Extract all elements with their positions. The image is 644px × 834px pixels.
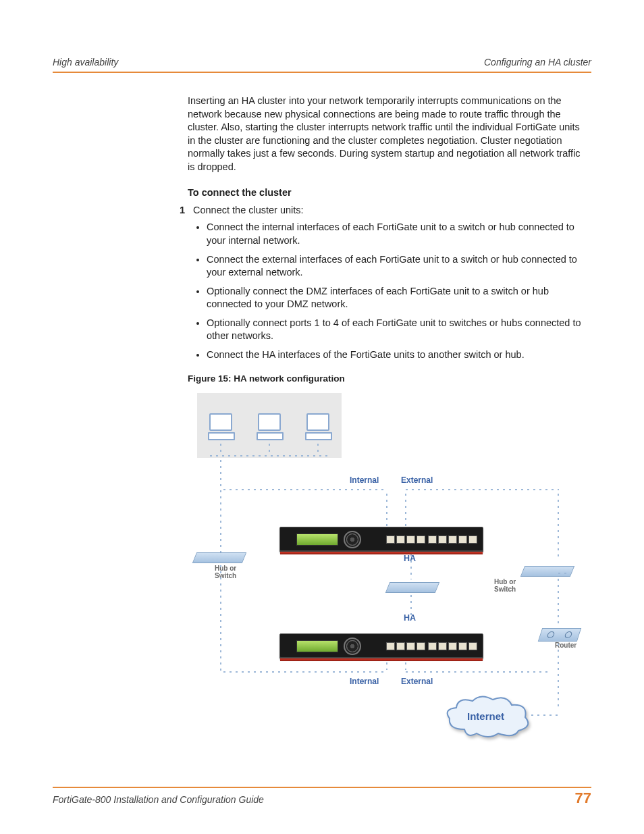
bullet-list: Connect the internal interfaces of each … xyxy=(188,221,590,361)
label-internal-upper: Internal xyxy=(350,475,379,485)
list-item: Connect the external interfaces of each … xyxy=(207,253,590,280)
fortigate-unit-bottom-icon xyxy=(279,633,483,659)
label-external-upper: External xyxy=(401,475,433,485)
pc-icon xyxy=(257,413,282,440)
footer-rule xyxy=(53,787,591,788)
hub-switch-center-icon xyxy=(385,582,439,593)
label-hub-switch-right: Hub orSwitch xyxy=(494,578,516,593)
hub-switch-left-icon xyxy=(192,552,246,563)
header-right: Configuring an HA cluster xyxy=(484,57,591,68)
header-left: High availability xyxy=(53,57,118,68)
router-icon xyxy=(538,628,581,642)
figure-15-diagram: Internal Network Internal External xyxy=(188,390,579,755)
running-header: High availability Configuring an HA clus… xyxy=(53,57,591,73)
page-number: 77 xyxy=(575,789,591,807)
pc-icon xyxy=(208,413,234,440)
label-internet: Internet xyxy=(467,710,504,722)
figure-caption: Figure 15: HA network configuration xyxy=(188,373,590,384)
label-internal-lower: Internal xyxy=(350,677,379,686)
fortigate-unit-top-icon xyxy=(279,527,483,552)
procedure-heading: To connect the cluster xyxy=(188,187,590,198)
label-hub-switch-left: Hub orSwitch xyxy=(215,565,236,579)
list-item: Connect the HA interfaces of the FortiGa… xyxy=(207,348,590,362)
body-content: Inserting an HA cluster into your networ… xyxy=(188,95,590,755)
pc-icon xyxy=(305,413,331,440)
intro-paragraph: Inserting an HA cluster into your networ… xyxy=(188,95,590,174)
label-external-lower: External xyxy=(401,677,433,686)
step-text: Connect the cluster units: xyxy=(193,205,304,215)
list-item: Optionally connect ports 1 to 4 of each … xyxy=(207,317,590,343)
step-number: 1 xyxy=(165,205,193,215)
footer-title: FortiGate-800 Installation and Configura… xyxy=(53,794,264,805)
page-footer: FortiGate-800 Installation and Configura… xyxy=(53,789,591,807)
label-ha-lower: HA xyxy=(404,613,416,623)
list-item: Connect the internal interfaces of each … xyxy=(207,221,590,247)
step-1: 1 Connect the cluster units: xyxy=(188,205,590,215)
list-item: Optionally connect the DMZ interfaces of… xyxy=(207,285,590,311)
